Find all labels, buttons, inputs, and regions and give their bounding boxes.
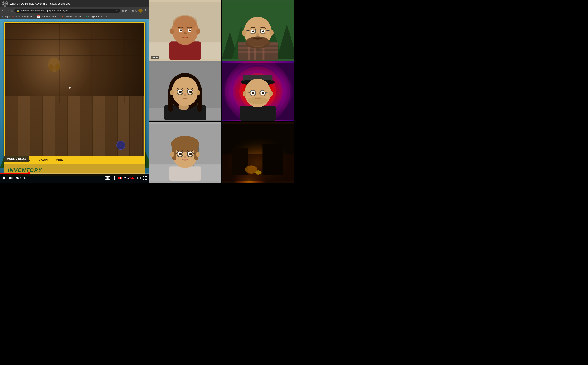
character-hands	[44, 56, 64, 73]
bookmark-inbox[interactable]: M Inbox - keith@the...	[12, 15, 35, 18]
svg-rect-54	[238, 51, 278, 53]
svg-point-42	[183, 32, 187, 35]
title-bar: What a TEG Remote Adventure Actually Loo…	[0, 0, 149, 7]
game-cursor	[69, 87, 71, 89]
tsheets-label: TSheets :: Online...	[64, 15, 83, 18]
cabin-interior: ↑	[5, 23, 144, 156]
teddy-name-label: Teddy	[151, 56, 159, 59]
volume-button[interactable]	[9, 176, 13, 180]
svg-point-138	[170, 152, 174, 157]
youtube-logo[interactable]: YouTube	[124, 176, 135, 180]
svg-point-93	[196, 90, 200, 95]
svg-point-73	[269, 30, 273, 35]
svg-point-147	[255, 170, 262, 175]
bookmark-icon[interactable]: ◻	[128, 9, 130, 12]
svg-point-41	[189, 29, 191, 31]
arrow-icon: ↑	[119, 143, 123, 147]
svg-point-40	[180, 29, 182, 31]
svg-point-139	[196, 152, 200, 157]
teddy-video	[149, 0, 221, 61]
participant-5	[149, 122, 221, 182]
svg-point-131	[189, 153, 192, 155]
svg-rect-145	[262, 144, 283, 175]
more-bookmarks[interactable]: »	[106, 15, 107, 18]
tsheets-icon: T	[62, 15, 63, 18]
avatar-icon[interactable]	[138, 9, 142, 13]
svg-point-72	[242, 30, 246, 35]
address-bar[interactable]: 🔒 remoteadventures.theescapegame.com/pla…	[14, 9, 120, 13]
url-text: remoteadventures.theescapegame.com/play/…	[21, 9, 70, 12]
apps-grid-icon: ⊞	[2, 15, 4, 18]
participant-3-video	[149, 61, 221, 122]
participant-teddy: Teddy	[149, 0, 221, 61]
forward-button[interactable]: →	[6, 9, 9, 13]
svg-point-27	[55, 63, 60, 71]
toolbar-icons: ⊞ P ◻ ◉ ⊕ ⋮	[121, 8, 147, 13]
more-options-icon[interactable]: ⋮	[144, 8, 147, 13]
bookmark-apps[interactable]: ⊞ Apps	[2, 15, 10, 18]
cc-button[interactable]: CC	[105, 176, 111, 180]
wall-panels	[5, 23, 144, 103]
pinterest-icon[interactable]: P	[125, 9, 127, 12]
gmail-icon: M	[12, 15, 14, 18]
inbox-label: Inbox - keith@the...	[15, 15, 35, 18]
lock-icon: 🔒	[17, 9, 19, 12]
polaroid-frame: ↑ INTRO VIDEO CABIN MINE	[4, 22, 145, 166]
page-title: What a TEG Remote Adventure Actually Loo…	[10, 2, 70, 5]
apps-label: Apps	[5, 15, 10, 18]
fullscreen-button[interactable]	[143, 176, 147, 180]
hd-badge: HD	[118, 177, 122, 179]
svg-rect-100	[240, 105, 276, 121]
reload-button[interactable]: ↻	[11, 9, 13, 13]
svg-rect-122	[169, 166, 201, 181]
video-grid: Teddy	[149, 0, 294, 182]
participant-4	[222, 61, 294, 122]
browser-chrome: What a TEG Remote Adventure Actually Loo…	[0, 0, 149, 19]
bookmark-sheets[interactable]: + Google Sheets	[86, 15, 103, 18]
svg-point-65	[262, 30, 264, 32]
svg-point-44	[196, 28, 200, 34]
calendar-label: Calendar - Week...	[41, 15, 60, 18]
sheets-label: Google Sheets	[88, 15, 103, 18]
participant-2-video	[222, 0, 294, 61]
svg-point-91	[184, 94, 187, 96]
location-icon[interactable]: ⊕	[135, 9, 137, 12]
inventory-label: INVENTORY	[8, 167, 42, 174]
participant-6-game	[222, 122, 294, 182]
mine-tab[interactable]: MINE	[53, 157, 66, 162]
svg-marker-29	[9, 176, 11, 179]
bookmark-calendar[interactable]: 📅 Calendar - Week...	[37, 15, 60, 18]
vpn-icon[interactable]: ◉	[132, 9, 134, 12]
participant-4-video	[222, 61, 294, 122]
svg-point-64	[252, 30, 254, 32]
svg-point-116	[269, 91, 273, 96]
video-content[interactable]: ↑ INTRO VIDEO CABIN MINE MORE VIDEOS INV…	[0, 19, 149, 182]
sheets-icon: +	[86, 15, 87, 18]
participant-2	[222, 0, 294, 61]
cabin-tab[interactable]: CABIN	[35, 157, 51, 162]
bookmark-star-icon[interactable]: ☆	[116, 9, 118, 12]
game-scene-video	[222, 122, 294, 182]
extensions-icon[interactable]: ⊞	[121, 9, 124, 12]
svg-point-43	[170, 28, 174, 34]
more-videos-label: MORE VIDEOS	[7, 157, 26, 161]
participant-5-video	[149, 122, 221, 182]
svg-marker-28	[3, 176, 6, 180]
svg-point-137	[184, 156, 187, 158]
svg-point-115	[243, 91, 246, 96]
svg-point-26	[49, 64, 54, 71]
video-player: What a TEG Remote Adventure Actually Loo…	[0, 0, 149, 182]
bookmark-tsheets[interactable]: T TSheets :: Online...	[62, 15, 84, 18]
more-videos-button[interactable]: MORE VIDEOS	[4, 156, 29, 162]
settings-button[interactable]	[112, 176, 116, 180]
svg-point-37	[173, 15, 197, 29]
svg-point-117	[248, 97, 268, 104]
svg-point-84	[179, 91, 182, 93]
address-bar-row: ← → ↻ 🔒 remoteadventures.theescapegame.c…	[0, 7, 149, 14]
navigation-arrow[interactable]: ↑	[116, 141, 125, 150]
play-pause-button[interactable]	[2, 176, 7, 180]
svg-point-92	[170, 90, 174, 95]
back-button[interactable]: ←	[2, 9, 5, 13]
cast-button[interactable]	[137, 176, 141, 180]
game-screen[interactable]: ↑	[5, 23, 144, 156]
